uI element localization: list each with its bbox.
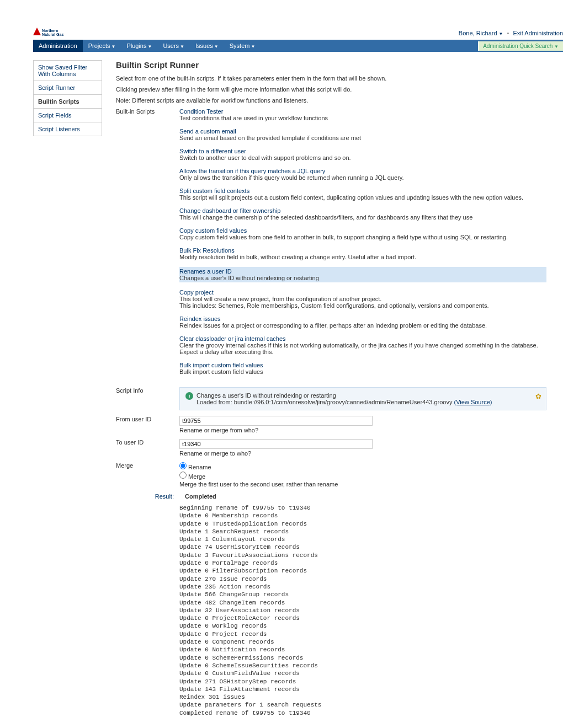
script-title: Bulk Fix Resolutions: [179, 247, 546, 254]
dropdown-icon: ▼: [214, 44, 219, 49]
script-desc: Changes a user's ID without reindexing o…: [179, 275, 546, 281]
script-desc: Clear the groovy internal caches if this…: [179, 342, 546, 355]
script-desc: Send an email based on the provided temp…: [179, 135, 546, 141]
script-item[interactable]: Switch to a different userSwitch to anot…: [179, 148, 546, 161]
script-title: Send a custom email: [179, 128, 546, 135]
script-desc: Only allows the transition if this query…: [179, 174, 546, 181]
script-info-label: Script Info: [116, 387, 179, 410]
svg-text:Natural Gas: Natural Gas: [42, 33, 63, 36]
svg-text:Northern: Northern: [42, 29, 59, 33]
page-title: Builtin Script Runner: [116, 60, 546, 69]
to-user-input[interactable]: [179, 439, 373, 449]
script-desc: Switch to another user to deal with supp…: [179, 154, 546, 161]
script-item[interactable]: Reindex issuesReindex issues for a proje…: [179, 315, 546, 329]
dropdown-icon: ▼: [180, 44, 184, 49]
script-title: Copy custom field values: [179, 227, 546, 234]
script-title: Clear classloader or jira internal cache…: [179, 335, 546, 342]
nav-item-users[interactable]: Users▼: [157, 40, 190, 52]
merge-radio-label: Merge: [188, 473, 205, 480]
script-desc: Reindex issues for a project or correspo…: [179, 322, 546, 329]
script-desc: Bulk import custom field values: [179, 368, 546, 375]
script-title: Change dashboard or filter ownership: [179, 207, 546, 214]
info-icon: i: [185, 392, 193, 400]
result-label: Result:: [116, 493, 179, 500]
merge-hint: Merge the first user to the second user,…: [179, 481, 546, 488]
sidebar: Show Saved Filter With ColumnsScript Run…: [33, 60, 102, 728]
intro-text: Note: Different scripts are available fo…: [116, 97, 546, 104]
script-desc: Copy custom field values from one field …: [179, 234, 546, 240]
dropdown-icon: ▼: [251, 44, 255, 49]
scripts-label: Built-in Scripts: [116, 108, 179, 382]
nav-item-issues[interactable]: Issues▼: [190, 40, 224, 52]
sidebar-item[interactable]: Builtin Scripts: [33, 94, 102, 108]
script-item[interactable]: Change dashboard or filter ownershipThis…: [179, 207, 546, 221]
sidebar-item[interactable]: Script Runner: [33, 81, 102, 94]
script-item[interactable]: Bulk import custom field valuesBulk impo…: [179, 362, 546, 375]
sidebar-item[interactable]: Show Saved Filter With Columns: [33, 60, 102, 81]
script-item[interactable]: Condition TesterTest conditions that are…: [179, 108, 546, 121]
merge-label: Merge: [116, 462, 179, 488]
from-hint: Rename or merge from who?: [179, 427, 546, 433]
rename-radio[interactable]: [179, 462, 187, 469]
script-desc: Modify resolution field in bulk, without…: [179, 254, 546, 260]
result-value: Completed: [185, 493, 216, 500]
merge-radio[interactable]: [179, 472, 187, 479]
view-source-link[interactable]: (View Source): [454, 399, 492, 405]
to-user-label: To user ID: [116, 439, 179, 457]
script-desc: This script will split projects out a cu…: [179, 194, 546, 201]
sidebar-item[interactable]: Script Listeners: [33, 122, 102, 136]
script-item[interactable]: Send a custom emailSend an email based o…: [179, 128, 546, 141]
script-item[interactable]: Renames a user IDChanges a user's ID wit…: [179, 267, 546, 282]
script-item[interactable]: Split custom field contextsThis script w…: [179, 188, 546, 201]
gear-icon[interactable]: ✿: [535, 392, 541, 400]
nav-item-system[interactable]: System▼: [224, 40, 261, 52]
script-desc: This tool will create a new project, fro…: [179, 296, 546, 309]
script-title: Allows the transition if this query matc…: [179, 168, 546, 174]
script-item[interactable]: Copy projectThis tool will create a new …: [179, 289, 546, 309]
quick-search-label: Administration Quick Search: [483, 43, 553, 49]
exit-admin-link[interactable]: Exit Administration: [513, 30, 563, 36]
dropdown-icon: ▼: [554, 44, 559, 49]
dropdown-icon: ▼: [499, 31, 503, 36]
rename-radio-label: Rename: [188, 464, 211, 470]
info-loaded: Loaded from: bundle://96.0:1/com/onresol…: [196, 399, 454, 405]
company-logo: Northern Natural Gas: [33, 28, 66, 38]
script-item[interactable]: Clear classloader or jira internal cache…: [179, 335, 546, 355]
dropdown-icon: ▼: [147, 44, 152, 49]
info-text: Changes a user's ID without reindexing o…: [196, 392, 336, 399]
nav-item-administration[interactable]: Administration: [33, 40, 83, 52]
script-title: Reindex issues: [179, 315, 546, 322]
script-title: Switch to a different user: [179, 148, 546, 154]
dropdown-icon: ▼: [111, 44, 115, 49]
user-name: Bone, Richard: [459, 30, 497, 36]
nav-item-projects[interactable]: Projects▼: [83, 40, 121, 52]
from-user-input[interactable]: [179, 416, 373, 426]
script-desc: Test conditions that are used in your wo…: [179, 115, 546, 121]
nav-item-plugins[interactable]: Plugins▼: [121, 40, 157, 52]
divider: •: [507, 30, 509, 36]
sidebar-item[interactable]: Script Fields: [33, 108, 102, 122]
to-hint: Rename or merge to who?: [179, 450, 546, 457]
script-desc: This will change the ownership of the se…: [179, 214, 546, 221]
intro-text: Select from one of the built-in scripts.…: [116, 75, 546, 82]
script-title: Bulk import custom field values: [179, 362, 546, 368]
script-info-box: i Changes a user's ID without reindexing…: [179, 387, 546, 410]
exit-admin-label: Exit Administration: [513, 30, 563, 36]
script-title: Renames a user ID: [179, 268, 546, 275]
script-title: Split custom field contexts: [179, 188, 546, 194]
script-item[interactable]: Allows the transition if this query matc…: [179, 168, 546, 181]
quick-search[interactable]: Administration Quick Search ▼: [478, 41, 563, 51]
script-item[interactable]: Bulk Fix ResolutionsModify resolution fi…: [179, 247, 546, 260]
intro-text: Clicking preview after filling in the fo…: [116, 86, 546, 93]
script-item[interactable]: Copy custom field valuesCopy custom fiel…: [179, 227, 546, 240]
result-log: Beginning rename of t99755 to t19340 Upd…: [179, 504, 546, 717]
script-title: Copy project: [179, 289, 546, 296]
from-user-label: From user ID: [116, 416, 179, 433]
user-name-link[interactable]: Bone, Richard: [459, 30, 497, 36]
script-title: Condition Tester: [179, 108, 546, 115]
navbar: AdministrationProjects▼Plugins▼Users▼Iss…: [33, 40, 563, 52]
svg-marker-0: [33, 28, 41, 35]
